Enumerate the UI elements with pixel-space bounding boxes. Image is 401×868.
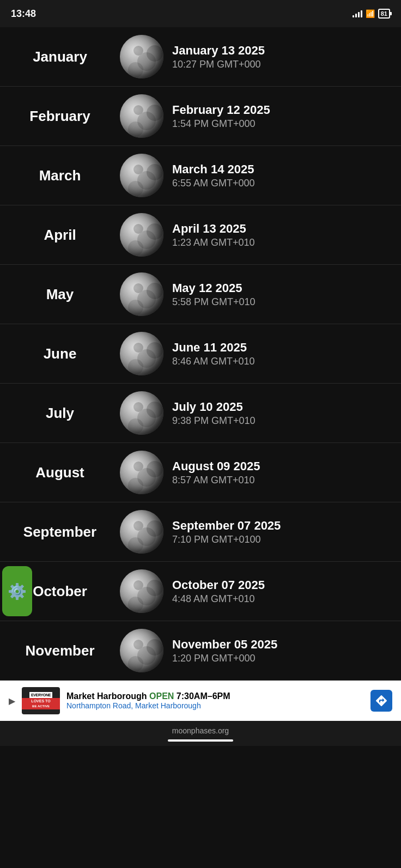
moon-details: May 12 2025 5:58 PM GMT+010	[163, 281, 401, 308]
ad-title: Market Harborough OPEN 7:30AM–6PM	[66, 691, 364, 701]
moon-image	[120, 451, 163, 494]
moon-details: February 12 2025 1:54 PM GMT+000	[163, 103, 401, 130]
moon-image	[120, 569, 163, 613]
month-row-june[interactable]: June June 11 2025 8:46 AM GMT+010	[0, 324, 401, 384]
month-row-august[interactable]: August August 09 2025 8:57 AM GMT+010	[0, 443, 401, 502]
month-name: June	[0, 345, 120, 362]
directions-icon	[375, 694, 388, 707]
moon-date: January 13 2025	[172, 44, 401, 58]
moon-image	[120, 213, 163, 257]
moon-date: November 05 2025	[172, 638, 401, 652]
month-name: January	[0, 48, 120, 65]
month-row-september[interactable]: September September 07 2025 7:10 PM GMT+…	[0, 502, 401, 562]
moon-time: 6:55 AM GMT+000	[172, 178, 401, 189]
gear-overlay: ⚙️	[2, 566, 32, 616]
status-bar: 13:48 📶 81	[0, 0, 401, 27]
month-row-october[interactable]: ⚙️ October October 07 2025 4:48 AM GMT+0…	[0, 562, 401, 621]
moon-date: August 09 2025	[172, 459, 401, 474]
month-row-february[interactable]: February February 12 2025 1:54 PM GMT+00…	[0, 87, 401, 146]
moon-time: 5:58 PM GMT+010	[172, 296, 401, 308]
moon-image	[120, 510, 163, 554]
moon-details: September 07 2025 7:10 PM GMT+0100	[163, 519, 401, 545]
moon-time: 9:38 PM GMT+010	[172, 415, 401, 427]
battery-indicator: 81	[378, 9, 390, 19]
moon-details: October 07 2025 4:48 AM GMT+010	[163, 578, 401, 605]
month-name: April	[0, 227, 120, 244]
moon-time: 1:23 AM GMT+010	[172, 237, 401, 248]
moon-details: November 05 2025 1:20 PM GMT+000	[163, 638, 401, 664]
moon-time: 8:57 AM GMT+010	[172, 475, 401, 486]
moon-time: 7:10 PM GMT+0100	[172, 534, 401, 545]
moon-date: May 12 2025	[172, 281, 401, 295]
ad-open-label: OPEN	[149, 691, 174, 701]
ad-banner[interactable]: ▶ EVERYONE LOVES TO BE ACTIVE Market Har…	[0, 681, 401, 721]
month-name: May	[0, 286, 120, 303]
moon-time: 4:48 AM GMT+010	[172, 593, 401, 605]
moon-time: 1:20 PM GMT+000	[172, 653, 401, 664]
month-name: August	[0, 464, 120, 481]
moon-date: June 11 2025	[172, 341, 401, 355]
moon-image	[120, 272, 163, 316]
month-name: March	[0, 167, 120, 184]
moon-details: January 13 2025 10:27 PM GMT+000	[163, 44, 401, 70]
month-name: July	[0, 405, 120, 422]
ad-hours: 7:30AM–6PM	[177, 691, 230, 701]
ad-play-button[interactable]: ▶	[9, 696, 15, 706]
moon-details: June 11 2025 8:46 AM GMT+010	[163, 341, 401, 367]
month-row-april[interactable]: April April 13 2025 1:23 AM GMT+010	[0, 205, 401, 265]
month-row-march[interactable]: March March 14 2025 6:55 AM GMT+000	[0, 146, 401, 205]
signal-icon	[353, 10, 362, 17]
month-row-november[interactable]: November November 05 2025 1:20 PM GMT+00…	[0, 621, 401, 681]
month-name: February	[0, 108, 120, 125]
moon-details: April 13 2025 1:23 AM GMT+010	[163, 222, 401, 248]
moon-time: 8:46 AM GMT+010	[172, 356, 401, 367]
ad-navigation-icon[interactable]	[370, 690, 392, 712]
month-name: September	[0, 524, 120, 541]
month-row-july[interactable]: July July 10 2025 9:38 PM GMT+010	[0, 384, 401, 443]
home-indicator	[168, 739, 233, 742]
moon-date: September 07 2025	[172, 519, 401, 533]
status-icons: 📶 81	[353, 9, 390, 19]
wifi-icon: 📶	[366, 9, 375, 18]
moon-image	[120, 35, 163, 78]
moon-time: 10:27 PM GMT+000	[172, 59, 401, 70]
moon-details: March 14 2025 6:55 AM GMT+000	[163, 162, 401, 189]
ad-address: Northampton Road, Market Harborough	[66, 701, 364, 710]
main-content: January January 13 2025 10:27 PM GMT+000…	[0, 27, 401, 681]
month-row-may[interactable]: May May 12 2025 5:58 PM GMT+010	[0, 265, 401, 324]
moon-time: 1:54 PM GMT+000	[172, 118, 401, 130]
footer-url: moonphases.org	[0, 726, 401, 735]
footer: moonphases.org	[0, 721, 401, 746]
moon-date: October 07 2025	[172, 578, 401, 592]
moon-image	[120, 391, 163, 435]
month-row-january[interactable]: January January 13 2025 10:27 PM GMT+000	[0, 27, 401, 87]
moon-image	[120, 629, 163, 672]
status-time: 13:48	[11, 8, 36, 20]
moon-image	[120, 332, 163, 375]
ad-text: Market Harborough OPEN 7:30AM–6PM Northa…	[66, 691, 364, 710]
ad-logo: EVERYONE LOVES TO BE ACTIVE	[22, 687, 60, 714]
moon-image	[120, 94, 163, 138]
month-name: November	[0, 642, 120, 659]
moon-image	[120, 154, 163, 197]
moon-date: February 12 2025	[172, 103, 401, 117]
moon-date: July 10 2025	[172, 400, 401, 414]
moon-date: March 14 2025	[172, 162, 401, 177]
moon-details: July 10 2025 9:38 PM GMT+010	[163, 400, 401, 427]
moon-details: August 09 2025 8:57 AM GMT+010	[163, 459, 401, 486]
gear-icon: ⚙️	[8, 582, 27, 600]
moon-date: April 13 2025	[172, 222, 401, 236]
